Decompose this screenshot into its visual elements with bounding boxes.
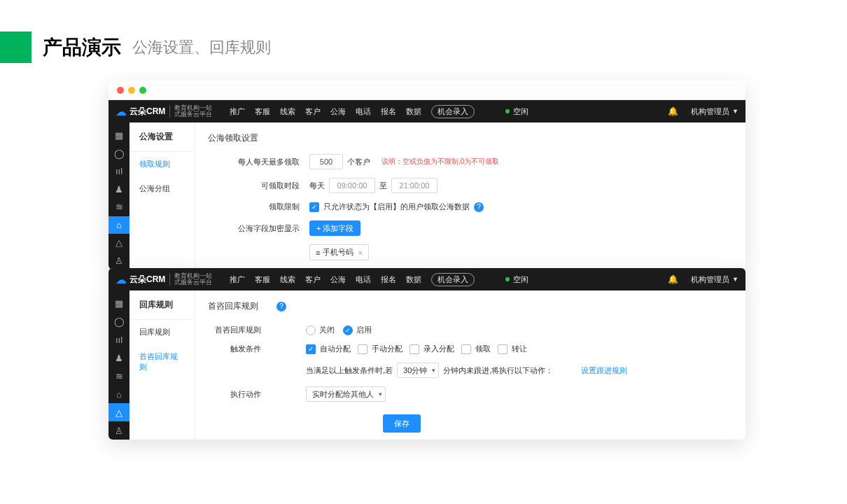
nav-data[interactable]: 数据: [406, 106, 421, 117]
add-field-button[interactable]: + 添加字段: [309, 220, 360, 236]
maximize-icon[interactable]: [139, 87, 146, 94]
to-text: 至: [379, 181, 387, 191]
status-dot-icon: [505, 277, 510, 281]
bell-icon[interactable]: 🔔: [668, 274, 678, 284]
radio-off[interactable]: [306, 326, 316, 335]
radio-on[interactable]: [343, 326, 353, 335]
side-grouping[interactable]: 公海分组: [130, 176, 195, 201]
nav-promote[interactable]: 推广: [230, 274, 245, 285]
side-menu: 公海设置 领取规则 公海分组: [130, 122, 195, 270]
nav-leads[interactable]: 线索: [280, 106, 295, 117]
chk-transfer[interactable]: [498, 344, 507, 354]
limit-note: 说明：空或负值为不限制,0为不可领取: [382, 157, 499, 167]
opportunity-entry-button[interactable]: 机会录入: [431, 273, 475, 286]
accent-block: [0, 31, 31, 63]
mac-titlebar: [108, 80, 746, 100]
time-to-input[interactable]: [391, 178, 438, 193]
grid-icon[interactable]: ▦: [108, 295, 130, 313]
logo-tagline: 教育机构一站 式服务云平台: [169, 105, 212, 118]
nav-public-sea[interactable]: 公海: [330, 274, 346, 285]
save-button[interactable]: 保存: [383, 414, 421, 433]
chk-manual[interactable]: [358, 344, 368, 354]
home-icon[interactable]: ⌂: [108, 216, 130, 234]
help-icon[interactable]: ?: [474, 202, 484, 212]
opt-transfer: 转让: [512, 344, 527, 354]
chk-auto[interactable]: [306, 344, 316, 354]
nav-service[interactable]: 客服: [255, 106, 270, 117]
opt-entry: 录入分配: [424, 344, 454, 354]
nav-signup[interactable]: 报名: [381, 106, 396, 117]
chart-icon[interactable]: ııl: [108, 162, 130, 181]
nav-public-sea[interactable]: 公海: [330, 106, 346, 117]
nav-phone[interactable]: 电话: [356, 274, 371, 285]
bell-icon[interactable]: 🔔: [668, 106, 678, 116]
label-period: 可领取时段: [208, 181, 309, 191]
restrict-checkbox[interactable]: [309, 202, 319, 212]
layers-icon[interactable]: ≋: [108, 368, 130, 386]
label-limit: 每人每天最多领取: [208, 157, 309, 167]
side-claim-rules[interactable]: 领取规则: [130, 152, 195, 176]
layers-icon[interactable]: ≋: [108, 198, 130, 216]
remove-tag-icon[interactable]: ×: [358, 248, 362, 257]
recycle-icon[interactable]: △: [108, 403, 130, 421]
nav-customer[interactable]: 客户: [305, 106, 321, 117]
home-icon[interactable]: ⌂: [108, 385, 130, 403]
cond-text-1: 当满足以上触发条件时,若: [306, 365, 393, 376]
on-text: 启用: [356, 325, 372, 335]
nav-phone[interactable]: 电话: [356, 106, 371, 117]
side-menu: 回库规则 回库规则 首咨回库规则: [130, 290, 195, 440]
status-indicator[interactable]: 空闲: [505, 106, 528, 117]
field-tag-phone: ≡ 手机号码 ×: [309, 244, 369, 260]
limit-input[interactable]: [309, 154, 343, 169]
opt-auto: 自动分配: [320, 344, 351, 354]
content-area: 公海领取设置 每人每天最多领取 个客户 说明：空或负值为不限制,0为不可领取 可…: [195, 122, 746, 270]
page-title: 产品演示: [43, 34, 121, 61]
opportunity-entry-button[interactable]: 机会录入: [431, 105, 475, 118]
side-return-rules[interactable]: 回库规则: [130, 320, 195, 344]
contact-icon[interactable]: ♙: [108, 252, 130, 270]
follow-rule-link[interactable]: 设置跟进规则: [581, 365, 627, 376]
recycle-icon[interactable]: △: [108, 234, 130, 252]
logo[interactable]: ☁ 云朵CRM 教育机构一站 式服务云平台: [108, 105, 219, 118]
minimize-icon[interactable]: [128, 87, 135, 94]
grid-icon[interactable]: ▦: [108, 127, 130, 145]
help-icon[interactable]: ?: [276, 302, 286, 312]
opt-manual: 手动分配: [372, 344, 402, 354]
shield-icon[interactable]: ◯: [108, 145, 130, 163]
nav-leads[interactable]: 线索: [280, 274, 295, 285]
nav-items: 推广 客服 线索 客户 公海 电话 报名 数据 机会录入: [225, 273, 479, 286]
cond-text-2: 分钟内未跟进,将执行以下动作：: [443, 365, 553, 376]
time-from-input[interactable]: [329, 178, 375, 193]
nav-signup[interactable]: 报名: [381, 274, 396, 285]
logo[interactable]: ☁ 云朵CRM 教育机构一站 式服务云平台: [108, 273, 219, 286]
label-encrypt: 公海字段加密显示: [208, 223, 309, 234]
tag-label: 手机号码: [323, 247, 354, 258]
side-first-consult-rules[interactable]: 首咨回库规则: [130, 344, 195, 379]
restrict-text: 只允许状态为【启用】的用户领取公海数据: [323, 202, 470, 212]
label-rule: 首咨回库规则: [208, 325, 271, 335]
nav-data[interactable]: 数据: [406, 274, 421, 285]
close-icon[interactable]: [117, 87, 124, 94]
drag-icon[interactable]: ≡: [316, 248, 320, 257]
action-select[interactable]: 实时分配给其他人: [306, 386, 386, 402]
daily-text: 每天: [309, 181, 325, 191]
user-menu[interactable]: 机构管理员 ▼: [691, 274, 738, 285]
status-indicator[interactable]: 空闲: [505, 274, 528, 285]
shield-icon[interactable]: ◯: [108, 313, 130, 331]
nav-service[interactable]: 客服: [255, 274, 270, 285]
unit-text: 个客户: [347, 157, 370, 167]
user-icon[interactable]: ♟: [108, 181, 130, 199]
nav-customer[interactable]: 客户: [305, 274, 321, 285]
chk-claim[interactable]: [461, 344, 471, 354]
side-title: 回库规则: [130, 290, 195, 320]
top-nav: ☁ 云朵CRM 教育机构一站 式服务云平台 推广 客服 线索 客户 公海 电话 …: [108, 100, 746, 122]
contact-icon[interactable]: ♙: [108, 421, 130, 440]
nav-promote[interactable]: 推广: [230, 106, 245, 117]
content-area: 首咨回库规则 ? 首咨回库规则 关闭 启用 触发条件 自动分配 手动分配 录入分: [195, 290, 746, 440]
user-icon[interactable]: ♟: [108, 349, 130, 368]
chk-entry[interactable]: [410, 344, 419, 354]
icon-sidebar: ▦ ◯ ııl ♟ ≋ ⌂ △ ♙: [108, 290, 130, 440]
user-menu[interactable]: 机构管理员 ▼: [691, 106, 738, 117]
time-select[interactable]: 30分钟: [397, 363, 439, 378]
chart-icon[interactable]: ııl: [108, 331, 130, 349]
